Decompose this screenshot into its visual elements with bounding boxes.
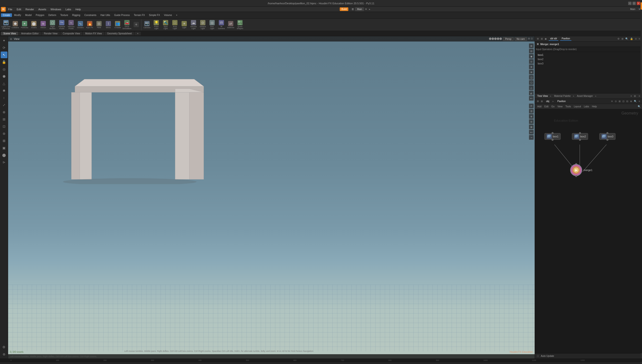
vp-tool-15[interactable]: ⊖ [529, 119, 534, 124]
icon-volume-light[interactable]: ☁ VolumeLight [189, 20, 198, 30]
tab-tree-view[interactable]: Tree View [536, 94, 549, 98]
main-button[interactable]: Main [355, 8, 364, 11]
vp-tool-5[interactable]: ⊕ [529, 64, 534, 69]
vp-tool-12[interactable]: ⟳ [529, 104, 534, 108]
cat-terrainfx[interactable]: Terrain FX [132, 13, 147, 17]
tool-circle[interactable]: ⬤ [1, 152, 8, 158]
vp-tool-11[interactable]: ⊷ [529, 96, 534, 101]
vp-tool-4[interactable]: ⊙ [529, 59, 534, 64]
vp-tool-7[interactable]: ◫ [529, 75, 534, 80]
node-box3-output[interactable] [606, 139, 608, 141]
network-canvas[interactable]: Education Edition Geometry [535, 109, 642, 353]
menu-labs[interactable]: Labs [64, 8, 73, 11]
node-box1-output[interactable] [552, 139, 554, 141]
icon-wires[interactable]: ⌇ Wires [104, 20, 113, 30]
icon-fem[interactable]: ⊟ FEM [94, 20, 104, 30]
menu-help[interactable]: Help [74, 8, 83, 11]
tab-scene-view[interactable]: Scene View [1, 32, 18, 35]
net-view[interactable]: View [556, 105, 564, 108]
vp-tool-1[interactable]: ⊞ [529, 44, 534, 48]
vp-tool-13[interactable]: ☰ [529, 109, 534, 114]
tool-lock2[interactable]: ⊛ [1, 351, 8, 358]
tab-material-palette[interactable]: Material Palette [552, 94, 572, 98]
cat-simplefx[interactable]: Simple FX [147, 13, 162, 17]
icon-add-more[interactable]: + [132, 20, 141, 30]
cat-volume[interactable]: Volume [162, 13, 174, 17]
menu-assets[interactable]: Assets [36, 8, 48, 11]
tool-shape[interactable]: ⬟ [1, 73, 8, 80]
node-merge1-output[interactable] [575, 175, 577, 177]
icon-drivesim[interactable]: 🚗 Drive Simulation [122, 20, 132, 30]
vp-tool-9[interactable]: △ [529, 86, 534, 90]
tool-expand[interactable]: ⤢ [1, 102, 8, 108]
vp-tool-6[interactable]: ⊗ [529, 70, 534, 74]
tab-animation-editor[interactable]: Animation Editor [19, 32, 41, 35]
icon-particlefluids[interactable]: 〜 Particle Fluids [57, 20, 66, 30]
tool-target[interactable]: ◎ [1, 66, 8, 72]
node-box2-input[interactable] [579, 132, 581, 134]
tool-play[interactable]: ⊳ [1, 159, 8, 166]
tool-rotate[interactable]: ⟳ [1, 44, 8, 51]
tool-triangle[interactable]: △ [1, 80, 8, 87]
cat-guideprocess[interactable]: Guide Process [112, 13, 132, 17]
tab-add[interactable]: + [134, 32, 141, 35]
menu-render[interactable]: Render [24, 8, 36, 11]
node-box2[interactable]: box2 [572, 133, 588, 140]
vp-tool-14[interactable]: ⊕ [529, 114, 534, 119]
cat-constraints[interactable]: Constraints [82, 13, 98, 17]
tool-select[interactable]: ✦ [1, 37, 8, 44]
vp-tool-3[interactable]: ◉ [529, 54, 534, 59]
tool-pointer[interactable]: ↖ [1, 52, 8, 58]
icon-area-light[interactable]: □ AreaLight [170, 20, 180, 30]
net-go[interactable]: Go [550, 105, 556, 108]
cat-deform[interactable]: Deform [46, 13, 58, 17]
tab-composite-view[interactable]: Composite View [60, 32, 82, 35]
cat-rigging[interactable]: Rigging [70, 13, 82, 17]
menu-windows[interactable]: Windows [49, 8, 63, 11]
tool-grid[interactable]: ⊞ [1, 116, 8, 122]
icon-oceans[interactable]: ∿ Oceans [76, 20, 85, 30]
net-edit[interactable]: Edit [544, 105, 550, 108]
tool-circle-plus[interactable]: ⊕ [1, 109, 8, 116]
icon-point-light[interactable]: 💡 PointLight [152, 20, 161, 30]
vp-tool-10[interactable]: ◭ [529, 91, 534, 96]
tool-star[interactable]: ✱ [1, 87, 8, 94]
icon-env-light[interactable]: ◎ EnvLight [208, 20, 216, 30]
node-box3[interactable]: box3 [599, 133, 616, 140]
tab-motion-fx-view[interactable]: Motion FX View [83, 32, 104, 35]
tool-square[interactable]: ▣ [1, 144, 8, 151]
tool-move[interactable]: ↕ [1, 94, 8, 101]
node-merge1[interactable]: merge1 [570, 164, 592, 176]
tab-asset-manager[interactable]: Asset Manager [576, 94, 594, 98]
icon-camera-tool[interactable]: 📷 Camera [142, 20, 152, 30]
icon-distant-light[interactable]: ⊙ DistantLight [198, 20, 207, 30]
tool-rotate2[interactable]: ⊛ [1, 130, 8, 137]
tab-render-view[interactable]: Render View [42, 32, 60, 35]
maximize-button[interactable]: □ [632, 2, 636, 5]
cat-hairutils[interactable]: Hair Utils [98, 13, 112, 17]
persp-button[interactable]: Persp [503, 37, 514, 41]
icon-switcher[interactable]: ⇄ Switcher [226, 20, 235, 30]
tab-geometry-spreadsheet[interactable]: Geometry Spreadsheet [105, 32, 134, 35]
cat-add[interactable]: + [174, 13, 180, 17]
build-button[interactable]: Build [340, 8, 348, 11]
icon-colliders[interactable]: ⬟ Colliders [11, 20, 20, 30]
close-button[interactable]: ✕ [637, 2, 640, 5]
net-tools[interactable]: Tools [564, 105, 572, 108]
icon-lights-cameras[interactable]: 📷 Lights andCameras [2, 20, 10, 30]
vp-tool-18[interactable]: ⊸ [529, 135, 534, 140]
cat-texture[interactable]: Texture [58, 13, 70, 17]
window-controls[interactable]: − □ ✕ [628, 2, 640, 5]
tool-settings[interactable]: ⚙ [1, 344, 8, 350]
tab-obj[interactable]: obj [545, 100, 551, 103]
menu-edit[interactable]: Edit [15, 8, 23, 11]
icon-pyrofx[interactable]: 🔥 Pyro FX [85, 20, 94, 30]
cat-model[interactable]: Model [23, 13, 34, 17]
tab-pavilion-net[interactable]: Pavilion [556, 100, 567, 103]
icon-grains[interactable]: ⬤ Grains [29, 20, 38, 30]
minimize-button[interactable]: − [628, 2, 632, 5]
viewport[interactable]: ⊞ View ⬤⬤⬤⬤⬤ Persp No cam ⊞ ⊡ ⊞ ⊟ ◉ ⊙ ⊕ … [8, 36, 535, 358]
node-box1-input[interactable] [552, 132, 554, 134]
vp-tool-8[interactable]: ⬡ [529, 80, 534, 85]
tool-lock[interactable]: 🔒 [1, 59, 8, 65]
